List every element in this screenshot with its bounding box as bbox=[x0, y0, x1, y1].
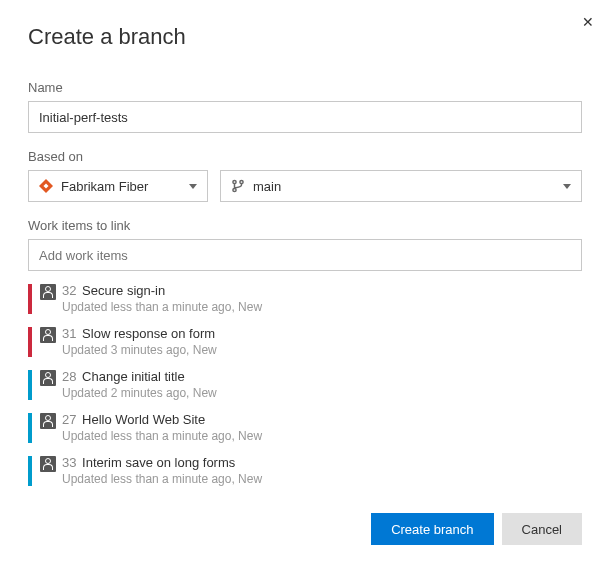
work-item-row[interactable]: 27 Hello World Web SiteUpdated less than… bbox=[28, 408, 582, 451]
repo-dropdown[interactable]: Fabrikam Fiber bbox=[28, 170, 208, 202]
work-item-id: 33 bbox=[62, 455, 76, 470]
work-item-meta: Updated less than a minute ago, New bbox=[62, 429, 582, 443]
work-item-meta: Updated less than a minute ago, New bbox=[62, 300, 582, 314]
branch-name-input[interactable] bbox=[28, 101, 582, 133]
work-item-color-bar bbox=[28, 370, 32, 400]
work-item-color-bar bbox=[28, 456, 32, 486]
work-item-type-icon bbox=[40, 456, 56, 472]
work-item-title: Secure sign-in bbox=[82, 283, 165, 298]
work-item-row[interactable]: 31 Slow response on formUpdated 3 minute… bbox=[28, 322, 582, 365]
work-item-id: 28 bbox=[62, 369, 76, 384]
repo-icon bbox=[39, 179, 53, 193]
base-branch-dropdown-text: main bbox=[253, 179, 563, 194]
work-item-title: Interim save on long forms bbox=[82, 455, 235, 470]
work-item-id: 31 bbox=[62, 326, 76, 341]
work-item-row[interactable]: 33 Interim save on long formsUpdated les… bbox=[28, 451, 582, 494]
work-item-row[interactable]: 32 Secure sign-inUpdated less than a min… bbox=[28, 279, 582, 322]
svg-point-3 bbox=[233, 188, 236, 191]
work-item-title: Slow response on form bbox=[82, 326, 215, 341]
work-item-meta: Updated 2 minutes ago, New bbox=[62, 386, 582, 400]
work-item-meta: Updated 3 minutes ago, New bbox=[62, 343, 582, 357]
svg-point-1 bbox=[233, 180, 236, 183]
work-item-color-bar bbox=[28, 327, 32, 357]
work-items-input[interactable] bbox=[28, 239, 582, 271]
base-branch-dropdown[interactable]: main bbox=[220, 170, 582, 202]
create-branch-button[interactable]: Create branch bbox=[371, 513, 493, 545]
chevron-down-icon bbox=[563, 184, 571, 189]
work-item-title: Hello World Web Site bbox=[82, 412, 205, 427]
work-item-row[interactable]: 28 Change initial titleUpdated 2 minutes… bbox=[28, 365, 582, 408]
work-item-meta: Updated less than a minute ago, New bbox=[62, 472, 582, 486]
based-on-label: Based on bbox=[28, 149, 582, 164]
chevron-down-icon bbox=[189, 184, 197, 189]
svg-point-2 bbox=[240, 180, 243, 183]
work-item-color-bar bbox=[28, 284, 32, 314]
work-item-id: 32 bbox=[62, 283, 76, 298]
work-items-list: 32 Secure sign-inUpdated less than a min… bbox=[28, 279, 582, 494]
work-item-type-icon bbox=[40, 413, 56, 429]
dialog-title: Create a branch bbox=[28, 24, 582, 50]
cancel-button[interactable]: Cancel bbox=[502, 513, 582, 545]
work-item-color-bar bbox=[28, 413, 32, 443]
work-item-type-icon bbox=[40, 284, 56, 300]
repo-dropdown-text: Fabrikam Fiber bbox=[61, 179, 189, 194]
close-icon[interactable]: ✕ bbox=[582, 14, 594, 30]
work-items-label: Work items to link bbox=[28, 218, 582, 233]
work-item-type-icon bbox=[40, 327, 56, 343]
name-label: Name bbox=[28, 80, 582, 95]
work-item-type-icon bbox=[40, 370, 56, 386]
work-item-title: Change initial title bbox=[82, 369, 185, 384]
branch-icon bbox=[231, 179, 245, 193]
work-item-id: 27 bbox=[62, 412, 76, 427]
